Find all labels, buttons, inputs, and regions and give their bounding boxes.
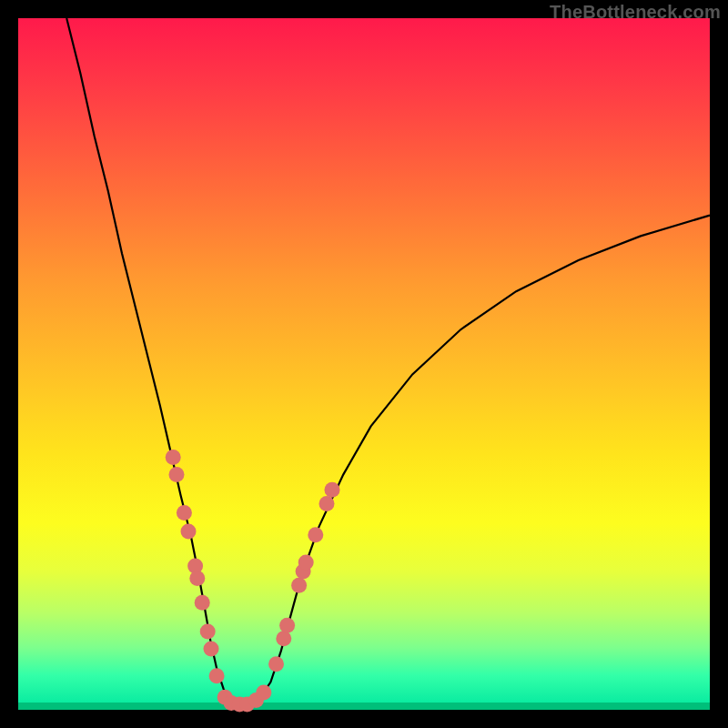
data-marker [279, 618, 295, 633]
data-marker [169, 467, 185, 482]
data-marker [189, 571, 205, 586]
data-marker [200, 624, 216, 640]
marker-group [166, 450, 340, 712]
data-marker [181, 523, 197, 539]
data-marker [325, 482, 340, 498]
data-marker [256, 685, 271, 701]
data-marker [204, 642, 219, 657]
data-marker [268, 656, 284, 672]
data-marker [319, 496, 335, 511]
plot-area [18, 18, 710, 710]
data-marker [209, 668, 225, 683]
bottleneck-curve [66, 18, 710, 704]
data-marker [195, 595, 210, 611]
data-marker [166, 450, 181, 465]
data-marker [298, 555, 314, 571]
data-marker [177, 505, 192, 521]
chart-svg [18, 18, 710, 710]
data-marker [291, 578, 307, 593]
outer-frame: TheBottleneck.com [0, 0, 728, 728]
data-marker [308, 527, 323, 542]
data-marker [276, 631, 291, 646]
